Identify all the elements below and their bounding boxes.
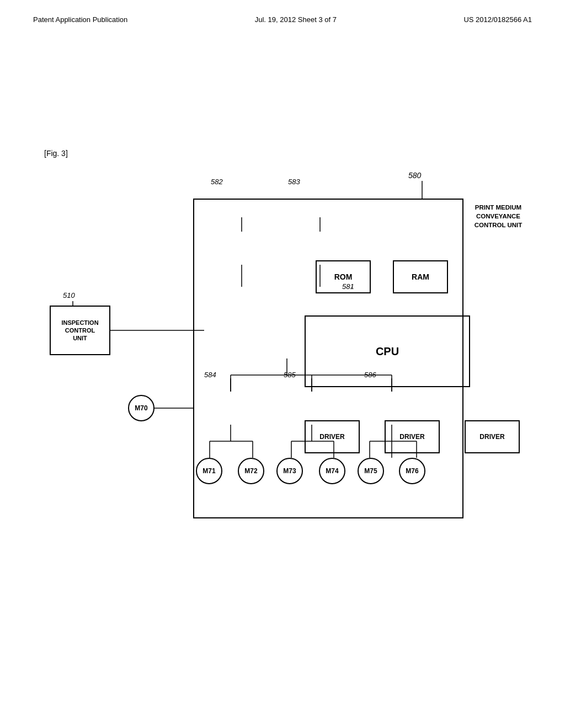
m72-node: M72 [238, 458, 264, 484]
header-right: US 2012/0182566 A1 [463, 15, 532, 24]
label-586: 586 [364, 371, 376, 379]
label-583: 583 [288, 178, 300, 186]
label-584: 584 [204, 371, 216, 379]
m70-node: M70 [128, 395, 154, 421]
m71-node: M71 [196, 458, 222, 484]
ram-box: RAM [393, 260, 448, 293]
m74-node: M74 [319, 458, 345, 484]
fig-label: [Fig. 3] [44, 149, 68, 158]
m75-node: M75 [358, 458, 384, 484]
driver-585-box: DRIVER [385, 420, 440, 453]
page-header: Patent Application Publication Jul. 19, … [0, 0, 565, 24]
label-580: 580 [408, 171, 421, 180]
driver-586-box: DRIVER [465, 420, 520, 453]
inspection-control-unit-box: INSPECTIONCONTROLUNIT [50, 306, 110, 355]
diagram-container: 580 PRINT MEDIUMCONVEYANCECONTROL UNIT 5… [94, 171, 491, 568]
label-581: 581 [342, 282, 354, 291]
m76-node: M76 [399, 458, 425, 484]
print-medium-label: PRINT MEDIUMCONVEYANCECONTROL UNIT [462, 203, 534, 229]
cpu-box: CPU [305, 315, 470, 387]
header-center: Jul. 19, 2012 Sheet 3 of 7 [255, 15, 337, 24]
header-left: Patent Application Publication [33, 15, 127, 24]
label-585: 585 [284, 371, 296, 379]
label-582: 582 [211, 178, 223, 186]
label-510: 510 [63, 291, 75, 299]
driver-584-box: DRIVER [305, 420, 360, 453]
m73-node: M73 [276, 458, 303, 484]
